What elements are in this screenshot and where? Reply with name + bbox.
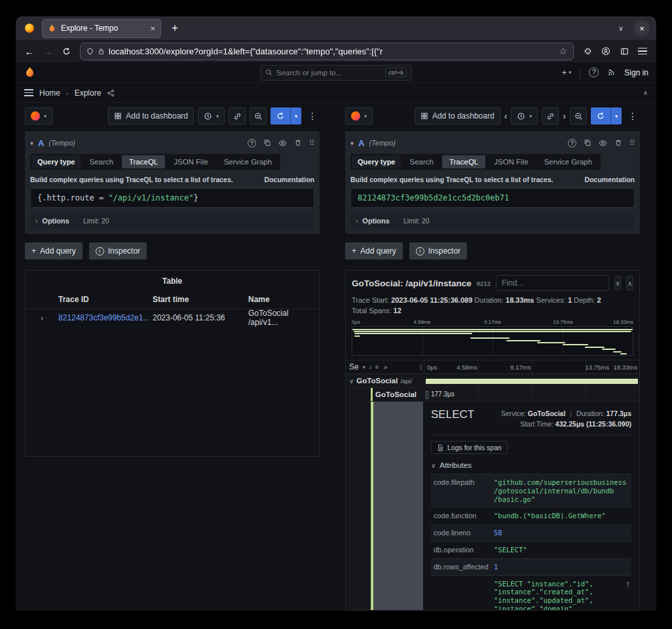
- back-button[interactable]: ←: [21, 43, 38, 60]
- remove-query-trash-icon[interactable]: [294, 139, 302, 147]
- expand-one-icon[interactable]: ›: [369, 363, 372, 371]
- list-tabs-icon[interactable]: ∨: [618, 24, 624, 33]
- share-icon[interactable]: [107, 89, 115, 97]
- find-input[interactable]: [496, 275, 609, 291]
- forward-button[interactable]: →: [39, 43, 56, 60]
- firefox-view-icon[interactable]: [22, 21, 37, 35]
- minimap-graph[interactable]: [352, 326, 633, 356]
- drag-handle-icon[interactable]: ⠿: [309, 139, 314, 147]
- trace-id-link[interactable]: 82124873cf3e99b5d2e1...: [58, 313, 153, 322]
- menu-icon[interactable]: [634, 43, 651, 60]
- sign-in-button[interactable]: Sign in: [624, 68, 648, 77]
- trace-minimap[interactable]: 0μs 4.58ms 9.17ms 13.75ms 18.33ms: [352, 319, 633, 356]
- collapse-span-icon[interactable]: ∨: [349, 377, 354, 385]
- tab-search[interactable]: Search: [402, 155, 440, 168]
- attributes-accordion[interactable]: ∨ Attributes: [431, 461, 631, 469]
- extensions-icon[interactable]: [579, 43, 596, 60]
- tab-service-graph[interactable]: Service Graph: [217, 155, 280, 168]
- breadcrumb-explore[interactable]: Explore: [75, 88, 102, 98]
- collapse-query-icon[interactable]: ▾: [30, 140, 33, 147]
- find-prev-button[interactable]: ∧: [626, 276, 633, 290]
- scroll-to-top-icon[interactable]: ↑: [625, 579, 630, 589]
- expand-row-icon[interactable]: ›: [26, 314, 58, 322]
- window-close-button[interactable]: ×: [634, 20, 650, 36]
- logs-for-span-button[interactable]: Logs for this span: [431, 441, 508, 454]
- traceql-code-editor[interactable]: {.http.route = "/api/v1/instance"}: [30, 188, 314, 208]
- tab-search[interactable]: Search: [82, 155, 120, 168]
- link-split-button[interactable]: [542, 107, 559, 124]
- duplicate-icon[interactable]: [263, 139, 271, 147]
- sidebar-icon[interactable]: [616, 43, 633, 60]
- grafana-logo-icon[interactable]: [24, 66, 36, 79]
- traceql-code-editor[interactable]: 82124873cf3e99b5d2e1cc5d2bc0eb71: [350, 188, 635, 208]
- mega-menu-icon[interactable]: [24, 89, 33, 96]
- sync-icon[interactable]: [271, 107, 290, 124]
- query-help-icon[interactable]: ?: [248, 139, 256, 147]
- col-start-time[interactable]: Start time: [153, 295, 248, 304]
- remove-query-trash-icon[interactable]: [614, 139, 622, 147]
- hide-response-eye-icon[interactable]: [599, 139, 607, 147]
- more-icon[interactable]: ⋮: [305, 111, 320, 121]
- options-collapse[interactable]: › Options Limit: 20: [350, 213, 635, 229]
- shield-icon[interactable]: [86, 48, 94, 55]
- span-bar-selected[interactable]: [426, 391, 428, 399]
- new-button[interactable]: + ▾: [562, 67, 572, 77]
- service-operation-header[interactable]: Se ▾ › » » ∥: [346, 360, 424, 373]
- url-bar[interactable]: localhost:3000/explore?orgId=1&left={"da…: [80, 43, 574, 60]
- zoom-out-button[interactable]: [250, 107, 267, 124]
- column-resizer[interactable]: ∥: [420, 364, 423, 370]
- hide-response-eye-icon[interactable]: [278, 139, 287, 147]
- add-query-button[interactable]: +Add query: [345, 242, 403, 259]
- table-panel-title[interactable]: Table: [26, 271, 319, 286]
- add-query-button[interactable]: +Add query: [25, 242, 83, 259]
- time-picker-button[interactable]: ▾: [198, 107, 225, 124]
- help-icon[interactable]: ?: [589, 67, 599, 77]
- col-name[interactable]: Name: [248, 295, 319, 304]
- inspector-button[interactable]: iInspector: [89, 242, 147, 259]
- query-help-icon[interactable]: ?: [568, 139, 576, 147]
- time-shift-back-button[interactable]: ‹: [504, 111, 508, 121]
- drag-handle-icon[interactable]: ⠿: [629, 139, 635, 147]
- table-row[interactable]: › 82124873cf3e99b5d2e1... 2023-06-05 11:…: [26, 309, 319, 326]
- datasource-picker[interactable]: ▾: [345, 107, 373, 124]
- tab-service-graph[interactable]: Service Graph: [537, 155, 600, 168]
- search-input[interactable]: Search or jump to... ctrl+k: [260, 65, 412, 81]
- news-rss-icon[interactable]: [607, 68, 616, 77]
- duplicate-icon[interactable]: [584, 139, 591, 147]
- documentation-link[interactable]: Documentation: [585, 176, 635, 183]
- datasource-picker[interactable]: ▾: [25, 107, 52, 124]
- account-icon[interactable]: [597, 43, 614, 60]
- bookmark-star-icon[interactable]: ☆: [559, 46, 567, 56]
- zoom-out-button[interactable]: [570, 107, 587, 124]
- col-trace-id[interactable]: Trace ID: [58, 295, 153, 304]
- expand-all-icon[interactable]: »: [384, 363, 388, 371]
- link-split-button[interactable]: [229, 107, 246, 124]
- tab-json-file[interactable]: JSON File: [166, 155, 215, 168]
- find-next-button[interactable]: ∨: [614, 276, 622, 290]
- inspector-button[interactable]: iInspector: [409, 242, 467, 259]
- tab-json-file[interactable]: JSON File: [487, 155, 535, 168]
- tab-traceql[interactable]: TraceQL: [122, 155, 165, 168]
- lock-icon[interactable]: [98, 48, 105, 55]
- documentation-link[interactable]: Documentation: [265, 176, 314, 183]
- options-collapse[interactable]: › Options Limit: 20: [30, 213, 314, 229]
- time-shift-forward-button[interactable]: ›: [563, 111, 566, 121]
- sync-icon[interactable]: [591, 107, 610, 124]
- more-icon[interactable]: ⋮: [625, 111, 640, 121]
- add-to-dashboard-button[interactable]: Add to dashboard: [415, 107, 500, 124]
- breadcrumb-home[interactable]: Home: [39, 88, 60, 98]
- collapse-query-icon[interactable]: ▾: [350, 140, 354, 147]
- collapse-all-icon[interactable]: »: [373, 365, 381, 369]
- run-query-button[interactable]: ▾: [271, 107, 301, 124]
- new-tab-button[interactable]: +: [166, 22, 183, 35]
- run-query-caret[interactable]: ▾: [610, 107, 622, 124]
- span-row-child-selected[interactable]: GoToSocial 177.3μs: [346, 388, 639, 402]
- tab-traceql[interactable]: TraceQL: [442, 155, 485, 168]
- span-row-root[interactable]: ∨ GoToSocial /api/: [346, 374, 639, 388]
- run-query-caret[interactable]: ▾: [290, 107, 301, 124]
- tab-close-icon[interactable]: ×: [150, 24, 155, 33]
- add-to-dashboard-button[interactable]: Add to dashboard: [108, 107, 194, 124]
- time-picker-button[interactable]: ▾: [511, 107, 538, 124]
- run-query-button[interactable]: ▾: [591, 107, 622, 124]
- collapse-toolbar-icon[interactable]: ∧: [643, 89, 648, 96]
